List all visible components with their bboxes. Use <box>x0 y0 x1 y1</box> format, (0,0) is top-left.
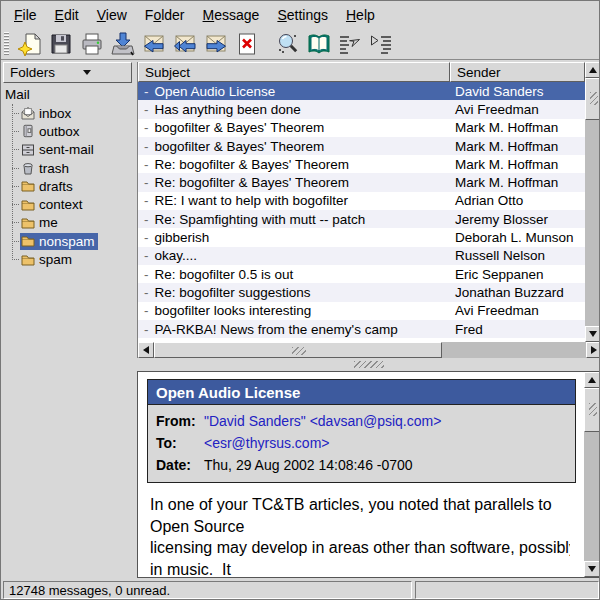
arrow-up-icon <box>589 67 597 73</box>
subject-text: bogofilter & Bayes' Theorem <box>155 120 325 135</box>
reply-all-button[interactable] <box>169 30 200 58</box>
print-button[interactable] <box>76 30 107 58</box>
column-header-sender[interactable]: Sender <box>450 62 585 82</box>
folder-item-trash[interactable]: trash <box>12 159 134 177</box>
folder-tree: Mail inboxoutboxsent-mailtrashdraftscont… <box>4 87 134 269</box>
body-line: licensing may develop in areas other tha… <box>150 537 570 559</box>
message-row[interactable]: -Re: bogofilter & Bayes' TheoremMark M. … <box>138 173 585 191</box>
forward-button[interactable] <box>200 30 231 58</box>
scroll-down-button[interactable] <box>585 326 600 342</box>
from-address-link[interactable]: "David Sanders" <davsan@psiq.com> <box>204 410 441 432</box>
from-label: From: <box>156 410 204 432</box>
folder-root-mail[interactable]: Mail <box>4 87 134 104</box>
menu-item-folder[interactable]: Folder <box>136 3 194 27</box>
column-header-subject[interactable]: Subject <box>138 62 450 82</box>
scroll-down-button[interactable] <box>584 561 600 577</box>
menu-item-view[interactable]: View <box>88 3 136 27</box>
toolbar-drag-handle[interactable] <box>4 32 9 56</box>
thread-indicator: - <box>144 322 149 337</box>
arrow-down-icon <box>588 566 596 572</box>
sender-text: Mark M. Hoffman <box>450 157 585 172</box>
check-mail-button[interactable] <box>107 30 138 58</box>
scrollbar-thumb[interactable] <box>154 342 442 358</box>
reply-button[interactable] <box>138 30 169 58</box>
scroll-up-button[interactable] <box>585 62 600 78</box>
message-title: Open Audio License <box>148 380 575 405</box>
folder-item-me[interactable]: me <box>12 214 134 232</box>
tree-branch-line <box>12 186 19 187</box>
message-row[interactable]: -Re: bogofilter suggestionsJonathan Buzz… <box>138 283 585 301</box>
message-body: In one of your TC&TB articles, you noted… <box>150 494 570 578</box>
find-button[interactable] <box>272 30 303 58</box>
scroll-right-button[interactable] <box>586 342 600 358</box>
preview-vertical-scrollbar[interactable] <box>584 372 600 577</box>
message-row[interactable]: -okay....Russell Nelson <box>138 247 585 265</box>
to-label: To: <box>156 432 204 454</box>
thread-indicator: - <box>144 212 149 227</box>
new-message-button[interactable] <box>14 30 45 58</box>
message-row[interactable]: -bogofilter & Bayes' TheoremMark M. Hoff… <box>138 137 585 155</box>
message-header-info: From: "David Sanders" <davsan@psiq.com> … <box>148 405 575 482</box>
tree-branch-line <box>12 259 19 260</box>
folder-item-spam[interactable]: spam <box>12 250 134 268</box>
folder-item-outbox[interactable]: outbox <box>12 122 134 140</box>
subject-text: bogofilter looks interesting <box>155 303 312 318</box>
folder-item-sent-mail[interactable]: sent-mail <box>12 141 134 159</box>
address-book-button[interactable] <box>303 30 334 58</box>
scrollbar-thumb[interactable] <box>584 388 600 432</box>
folder-label: context <box>39 197 83 212</box>
message-row[interactable]: -gibberishDeborah L. Munson <box>138 228 585 246</box>
message-header-box: Open Audio License From: "David Sanders"… <box>147 379 576 483</box>
message-row[interactable]: -bogofilter & Bayes' TheoremMark M. Hoff… <box>138 119 585 137</box>
arrow-left-icon <box>143 346 149 354</box>
message-row[interactable]: -RE: I want to help with bogofilterAdria… <box>138 192 585 210</box>
chevron-down-icon <box>83 70 91 75</box>
tree-branch-line <box>12 241 19 242</box>
folder-label: outbox <box>39 124 80 139</box>
menu-item-message[interactable]: Message <box>194 3 269 27</box>
message-row[interactable]: -Has anything been doneAvi Freedman <box>138 100 585 118</box>
goto-unread-button[interactable] <box>365 30 396 58</box>
subject-text: Re: bogofilter suggestions <box>155 285 311 300</box>
sent-mail-icon <box>21 143 36 157</box>
message-row[interactable]: -Re: bogofilter 0.5 is outEric Seppanen <box>138 265 585 283</box>
message-preview-pane: Open Audio License From: "David Sanders"… <box>137 371 600 578</box>
folder-item-inbox[interactable]: inbox <box>12 104 134 122</box>
horizontal-splitter[interactable] <box>137 358 600 371</box>
message-row[interactable]: -PA-RKBA! News from the enemy's campFred <box>138 320 585 338</box>
subject-text: bogofilter & Bayes' Theorem <box>155 139 325 154</box>
menu-item-settings[interactable]: Settings <box>268 3 337 27</box>
folder-label: nonspam <box>39 234 95 249</box>
thread-indicator: - <box>144 303 149 318</box>
scroll-left-button[interactable] <box>138 342 154 358</box>
menu-item-help[interactable]: Help <box>337 3 384 27</box>
to-address-link[interactable]: <esr@thyrsus.com> <box>204 432 329 454</box>
save-button[interactable] <box>45 30 76 58</box>
message-list-vertical-scrollbar[interactable] <box>585 62 600 342</box>
subject-text: Re: bogofilter 0.5 is out <box>155 267 294 282</box>
new-message-icon <box>18 32 42 56</box>
thread-indicator: - <box>144 267 149 282</box>
message-row[interactable]: -bogofilter looks interestingAvi Freedma… <box>138 302 585 320</box>
menu-item-edit[interactable]: Edit <box>46 3 88 27</box>
folder-label: me <box>39 215 58 230</box>
delete-button[interactable] <box>231 30 262 58</box>
folders-dropdown-label: Folders <box>10 65 55 80</box>
folder-item-drafts[interactable]: drafts <box>12 177 134 195</box>
menu-item-file[interactable]: File <box>5 3 46 27</box>
folder-label: drafts <box>39 179 73 194</box>
folder-icon <box>21 253 36 267</box>
message-list-horizontal-scrollbar[interactable] <box>138 342 600 358</box>
sender-text: Avi Freedman <box>450 303 585 318</box>
message-row[interactable]: -Re: bogofilter & Bayes' TheoremMark M. … <box>138 155 585 173</box>
next-unread-icon <box>338 32 362 56</box>
scroll-up-button[interactable] <box>584 372 600 388</box>
folders-dropdown-button[interactable]: Folders <box>3 62 132 83</box>
folder-item-nonspam[interactable]: nonspam <box>12 232 134 250</box>
message-row[interactable]: -Re: Spamfighting with mutt -- patchJere… <box>138 210 585 228</box>
subject-text: Re: Spamfighting with mutt -- patch <box>155 212 366 227</box>
next-unread-button[interactable] <box>334 30 365 58</box>
scrollbar-thumb[interactable] <box>585 78 600 120</box>
message-row[interactable]: -Open Audio LicenseDavid Sanders <box>138 82 585 100</box>
folder-item-context[interactable]: context <box>12 195 134 213</box>
